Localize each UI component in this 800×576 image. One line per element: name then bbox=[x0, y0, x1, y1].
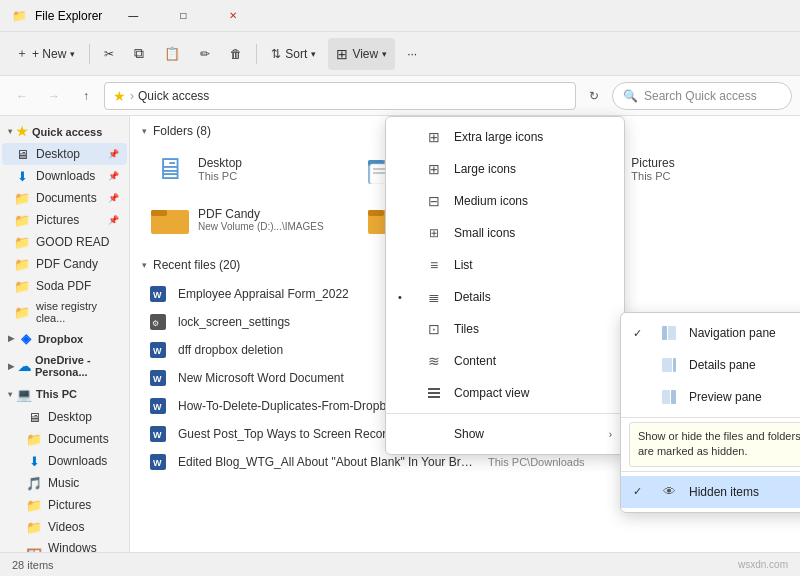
show-arrow-icon: › bbox=[609, 429, 612, 440]
sidebar-goodread-label: GOOD READ bbox=[36, 235, 109, 249]
toolbar-separator-1 bbox=[89, 44, 90, 64]
svg-rect-36 bbox=[662, 390, 670, 404]
sidebar-item-pc-desktop[interactable]: Desktop bbox=[2, 406, 127, 428]
menu-separator bbox=[386, 413, 624, 414]
file-path-6: This PC\Downloads bbox=[488, 456, 585, 468]
paste-icon: 📋 bbox=[164, 46, 180, 61]
submenu-item-detailspane[interactable]: Details pane bbox=[621, 349, 800, 381]
submenu-item-previewpane[interactable]: Preview pane bbox=[621, 381, 800, 413]
sidebar-item-downloads[interactable]: Downloads 📌 bbox=[2, 165, 127, 187]
svg-rect-31 bbox=[428, 396, 440, 398]
menu-item-small-icons[interactable]: ⊞ Small icons bbox=[386, 217, 624, 249]
status-bar: 28 items wsxdn.com bbox=[0, 552, 800, 576]
submenu-label-detailspane: Details pane bbox=[689, 358, 756, 372]
desktop-icon bbox=[14, 146, 30, 162]
new-icon: ＋ bbox=[16, 45, 28, 62]
minimize-button[interactable]: — bbox=[110, 0, 156, 32]
cut-button[interactable]: ✂ bbox=[96, 38, 122, 70]
menu-label-details: Details bbox=[454, 290, 491, 304]
file-icon-0: W bbox=[148, 284, 168, 304]
address-path[interactable]: ★ › Quick access bbox=[104, 82, 576, 110]
view-icon: ⊞ bbox=[336, 46, 348, 62]
title-bar-icon: 📁 bbox=[12, 9, 27, 23]
svg-text:W: W bbox=[153, 458, 162, 468]
svg-rect-34 bbox=[662, 358, 672, 372]
menu-item-details[interactable]: • ≣ Details bbox=[386, 281, 624, 313]
maximize-button[interactable]: □ bbox=[160, 0, 206, 32]
menu-icon-large: ⊞ bbox=[424, 159, 444, 179]
forward-button[interactable]: → bbox=[40, 82, 68, 110]
menu-item-content[interactable]: ≋ Content bbox=[386, 345, 624, 377]
submenu-item-navpane[interactable]: ✓ Navigation pane bbox=[621, 317, 800, 349]
sidebar-section-quickaccess[interactable]: ▾ ★ Quick access bbox=[0, 120, 129, 143]
new-button[interactable]: ＋ + New ▾ bbox=[8, 38, 83, 70]
quickaccess-chevron: ▾ bbox=[8, 127, 12, 136]
menu-item-extra-large-icons[interactable]: ⊞ Extra large icons bbox=[386, 121, 624, 153]
sidebar-item-pc-videos[interactable]: Videos bbox=[2, 516, 127, 538]
menu-label-content: Content bbox=[454, 354, 496, 368]
sidebar-desktop-label: Desktop bbox=[36, 147, 80, 161]
sidebar-item-documents[interactable]: Documents 📌 bbox=[2, 187, 127, 209]
rename-button[interactable]: ✏ bbox=[192, 38, 218, 70]
downloads-icon bbox=[14, 168, 30, 184]
back-button[interactable]: ← bbox=[8, 82, 36, 110]
sort-button[interactable]: ⇅ Sort ▾ bbox=[263, 38, 324, 70]
sidebar-documents-label: Documents bbox=[36, 191, 97, 205]
folder-item-pdfcandy[interactable]: PDF Candy New Volume (D:)...\IMAGES bbox=[142, 196, 355, 242]
delete-button[interactable]: 🗑 bbox=[222, 38, 250, 70]
sidebar-item-pictures[interactable]: Pictures 📌 bbox=[2, 209, 127, 231]
menu-item-compact[interactable]: Compact view bbox=[386, 377, 624, 409]
submenu-label-hidden: Hidden items bbox=[689, 485, 759, 499]
menu-label-compact: Compact view bbox=[454, 386, 529, 400]
file-icon-4: W bbox=[148, 396, 168, 416]
sidebar-item-wiseregistry[interactable]: wise registry clea... bbox=[2, 297, 127, 327]
sidebar-item-pc-music[interactable]: Music bbox=[2, 472, 127, 494]
title-bar-text: File Explorer bbox=[35, 9, 102, 23]
close-button[interactable]: ✕ bbox=[210, 0, 256, 32]
pdfcandy-icon bbox=[14, 256, 30, 272]
submenu-item-hidden[interactable]: ✓ 👁 Hidden items bbox=[621, 476, 800, 508]
sidebar-pdfcandy-label: PDF Candy bbox=[36, 257, 98, 271]
copy-button[interactable]: ⧉ bbox=[126, 38, 152, 70]
item-count: 28 items bbox=[12, 559, 54, 571]
sidebar-item-pc-downloads[interactable]: Downloads bbox=[2, 450, 127, 472]
sidebar: ▾ ★ Quick access Desktop 📌 Downloads 📌 D… bbox=[0, 116, 130, 552]
sidebar-item-sodapdf[interactable]: Soda PDF bbox=[2, 275, 127, 297]
pin-icon: 📌 bbox=[108, 149, 119, 159]
sidebar-item-pdfcandy[interactable]: PDF Candy bbox=[2, 253, 127, 275]
paste-button[interactable]: 📋 bbox=[156, 38, 188, 70]
cut-icon: ✂ bbox=[104, 47, 114, 61]
submenu-label-navpane: Navigation pane bbox=[689, 326, 776, 340]
menu-item-show[interactable]: Show › bbox=[386, 418, 624, 450]
menu-icon-show bbox=[424, 424, 444, 444]
sidebar-item-pc-pictures[interactable]: Pictures bbox=[2, 494, 127, 516]
menu-item-medium-icons[interactable]: ⊟ Medium icons bbox=[386, 185, 624, 217]
menu-item-large-icons[interactable]: ⊞ Large icons bbox=[386, 153, 624, 185]
sidebar-item-pc-documents[interactable]: Documents bbox=[2, 428, 127, 450]
folders-chevron-icon: ▾ bbox=[142, 126, 147, 136]
search-box[interactable]: 🔍 Search Quick access bbox=[612, 82, 792, 110]
more-button[interactable]: ··· bbox=[399, 38, 425, 70]
thispc-icon bbox=[16, 386, 32, 402]
sidebar-section-onedrive[interactable]: ▶ ☁ OneDrive - Persona... bbox=[0, 350, 129, 382]
submenu-separator-2 bbox=[621, 471, 800, 472]
menu-item-tiles[interactable]: ⊡ Tiles bbox=[386, 313, 624, 345]
sidebar-sodapdf-label: Soda PDF bbox=[36, 279, 91, 293]
sidebar-section-thispc[interactable]: ▾ This PC bbox=[0, 382, 129, 406]
file-icon-5: W bbox=[148, 424, 168, 444]
dropbox-label: Dropbox bbox=[38, 333, 83, 345]
sidebar-item-desktop[interactable]: Desktop 📌 bbox=[2, 143, 127, 165]
submenu-check-navpane: ✓ bbox=[633, 327, 649, 340]
title-bar-controls: — □ ✕ bbox=[110, 0, 256, 32]
sidebar-item-pc-windows[interactable]: Windows (C:) bbox=[2, 538, 127, 552]
sidebar-section-dropbox[interactable]: ▶ ◈ Dropbox bbox=[0, 327, 129, 350]
refresh-button[interactable]: ↻ bbox=[580, 82, 608, 110]
view-button[interactable]: ⊞ View ▾ bbox=[328, 38, 395, 70]
up-button[interactable]: ↑ bbox=[72, 82, 100, 110]
submenu-icon-hidden: 👁 bbox=[659, 482, 679, 502]
folders-header-label: Folders (8) bbox=[153, 124, 211, 138]
pc-windows-icon bbox=[26, 547, 42, 552]
menu-item-list[interactable]: ≡ List bbox=[386, 249, 624, 281]
sidebar-item-goodread[interactable]: GOOD READ bbox=[2, 231, 127, 253]
folder-item-desktop[interactable]: 🖥 Desktop This PC bbox=[142, 146, 355, 192]
